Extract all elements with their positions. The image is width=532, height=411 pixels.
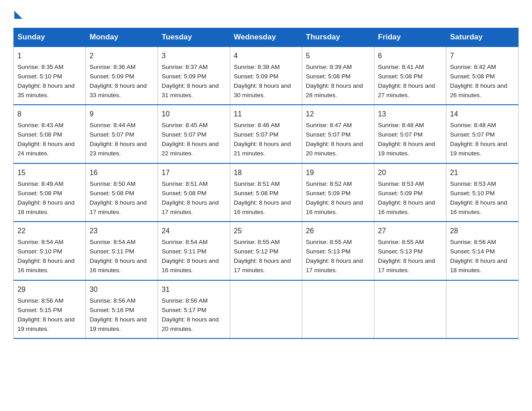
logo: [13, 9, 22, 19]
day-number: 24: [162, 226, 226, 237]
calendar-cell: 9 Sunrise: 8:44 AMSunset: 5:07 PMDayligh…: [86, 105, 158, 163]
day-number: 25: [234, 226, 298, 237]
calendar-cell: 18 Sunrise: 8:51 AMSunset: 5:08 PMDaylig…: [230, 163, 302, 222]
calendar-cell: 29 Sunrise: 8:56 AMSunset: 5:15 PMDaylig…: [14, 280, 86, 338]
day-info: Sunrise: 8:36 AMSunset: 5:09 PMDaylight:…: [90, 64, 147, 98]
calendar-cell: [230, 280, 302, 338]
day-info: Sunrise: 8:50 AMSunset: 5:08 PMDaylight:…: [90, 180, 147, 215]
day-number: 9: [90, 109, 154, 120]
calendar-cell: 4 Sunrise: 8:38 AMSunset: 5:09 PMDayligh…: [230, 47, 302, 105]
calendar-table: SundayMondayTuesdayWednesdayThursdayFrid…: [13, 28, 519, 339]
calendar-cell: 28 Sunrise: 8:56 AMSunset: 5:14 PMDaylig…: [446, 222, 519, 280]
calendar-week-2: 8 Sunrise: 8:43 AMSunset: 5:08 PMDayligh…: [14, 105, 519, 163]
calendar-cell: 24 Sunrise: 8:54 AMSunset: 5:11 PMDaylig…: [158, 222, 230, 280]
calendar-week-3: 15 Sunrise: 8:49 AMSunset: 5:08 PMDaylig…: [14, 163, 519, 222]
calendar-cell: 13 Sunrise: 8:48 AMSunset: 5:07 PMDaylig…: [374, 105, 446, 163]
day-info: Sunrise: 8:35 AMSunset: 5:10 PMDaylight:…: [17, 64, 75, 98]
logo-triangle-icon: [14, 11, 22, 19]
calendar-cell: 30 Sunrise: 8:56 AMSunset: 5:16 PMDaylig…: [86, 280, 158, 338]
day-number: 23: [90, 226, 154, 237]
calendar-cell: 5 Sunrise: 8:39 AMSunset: 5:08 PMDayligh…: [302, 47, 374, 105]
day-info: Sunrise: 8:48 AMSunset: 5:07 PMDaylight:…: [378, 122, 435, 157]
day-number: 20: [378, 167, 442, 179]
day-number: 7: [450, 51, 515, 62]
column-header-monday: Monday: [86, 28, 158, 47]
column-header-thursday: Thursday: [302, 28, 374, 47]
day-info: Sunrise: 8:54 AMSunset: 5:11 PMDaylight:…: [162, 239, 219, 274]
day-number: 27: [378, 226, 442, 237]
day-number: 19: [306, 167, 370, 179]
day-info: Sunrise: 8:55 AMSunset: 5:13 PMDaylight:…: [378, 239, 435, 274]
day-number: 18: [234, 167, 298, 179]
day-number: 22: [17, 226, 82, 237]
calendar-cell: 1 Sunrise: 8:35 AMSunset: 5:10 PMDayligh…: [14, 47, 86, 105]
calendar-cell: 6 Sunrise: 8:41 AMSunset: 5:08 PMDayligh…: [374, 47, 446, 105]
day-number: 17: [162, 167, 226, 179]
day-number: 16: [90, 167, 154, 179]
calendar-cell: 25 Sunrise: 8:55 AMSunset: 5:12 PMDaylig…: [230, 222, 302, 280]
calendar-week-5: 29 Sunrise: 8:56 AMSunset: 5:15 PMDaylig…: [14, 280, 519, 338]
day-number: 14: [450, 109, 515, 120]
calendar-cell: [374, 280, 446, 338]
day-number: 12: [306, 109, 370, 120]
calendar-week-4: 22 Sunrise: 8:54 AMSunset: 5:10 PMDaylig…: [14, 222, 519, 280]
page-header: [13, 9, 519, 19]
day-info: Sunrise: 8:53 AMSunset: 5:09 PMDaylight:…: [378, 180, 435, 215]
calendar-cell: 7 Sunrise: 8:42 AMSunset: 5:08 PMDayligh…: [446, 47, 519, 105]
calendar-cell: 26 Sunrise: 8:55 AMSunset: 5:13 PMDaylig…: [302, 222, 374, 280]
day-number: 10: [162, 109, 226, 120]
calendar-cell: 17 Sunrise: 8:51 AMSunset: 5:08 PMDaylig…: [158, 163, 230, 222]
calendar-cell: 8 Sunrise: 8:43 AMSunset: 5:08 PMDayligh…: [14, 105, 86, 163]
day-info: Sunrise: 8:46 AMSunset: 5:07 PMDaylight:…: [234, 122, 291, 157]
calendar-cell: 16 Sunrise: 8:50 AMSunset: 5:08 PMDaylig…: [86, 163, 158, 222]
day-number: 8: [17, 109, 82, 120]
day-info: Sunrise: 8:51 AMSunset: 5:08 PMDaylight:…: [234, 180, 291, 215]
day-info: Sunrise: 8:44 AMSunset: 5:07 PMDaylight:…: [90, 122, 147, 157]
day-info: Sunrise: 8:49 AMSunset: 5:08 PMDaylight:…: [17, 180, 75, 215]
day-info: Sunrise: 8:47 AMSunset: 5:07 PMDaylight:…: [306, 122, 363, 157]
calendar-cell: 3 Sunrise: 8:37 AMSunset: 5:09 PMDayligh…: [158, 47, 230, 105]
day-number: 5: [306, 51, 370, 62]
day-info: Sunrise: 8:53 AMSunset: 5:10 PMDaylight:…: [450, 180, 507, 215]
day-info: Sunrise: 8:56 AMSunset: 5:14 PMDaylight:…: [450, 239, 507, 274]
day-number: 29: [17, 284, 82, 295]
calendar-cell: 23 Sunrise: 8:54 AMSunset: 5:11 PMDaylig…: [86, 222, 158, 280]
day-info: Sunrise: 8:56 AMSunset: 5:17 PMDaylight:…: [162, 297, 219, 332]
calendar-cell: 15 Sunrise: 8:49 AMSunset: 5:08 PMDaylig…: [14, 163, 86, 222]
day-number: 4: [234, 51, 298, 62]
calendar-cell: 31 Sunrise: 8:56 AMSunset: 5:17 PMDaylig…: [158, 280, 230, 338]
day-info: Sunrise: 8:48 AMSunset: 5:07 PMDaylight:…: [450, 122, 507, 157]
day-info: Sunrise: 8:51 AMSunset: 5:08 PMDaylight:…: [162, 180, 219, 215]
day-number: 1: [17, 51, 82, 62]
column-header-sunday: Sunday: [14, 28, 86, 47]
day-info: Sunrise: 8:56 AMSunset: 5:15 PMDaylight:…: [17, 297, 75, 332]
day-number: 15: [17, 167, 82, 179]
day-info: Sunrise: 8:52 AMSunset: 5:09 PMDaylight:…: [306, 180, 363, 215]
day-number: 11: [234, 109, 298, 120]
day-number: 13: [378, 109, 442, 120]
day-info: Sunrise: 8:39 AMSunset: 5:08 PMDaylight:…: [306, 64, 363, 98]
day-info: Sunrise: 8:38 AMSunset: 5:09 PMDaylight:…: [234, 64, 291, 98]
calendar-cell: 11 Sunrise: 8:46 AMSunset: 5:07 PMDaylig…: [230, 105, 302, 163]
day-number: 31: [162, 284, 226, 295]
day-info: Sunrise: 8:55 AMSunset: 5:12 PMDaylight:…: [234, 239, 291, 274]
day-info: Sunrise: 8:42 AMSunset: 5:08 PMDaylight:…: [450, 64, 507, 98]
day-number: 30: [90, 284, 154, 295]
day-info: Sunrise: 8:55 AMSunset: 5:13 PMDaylight:…: [306, 239, 363, 274]
calendar-cell: 12 Sunrise: 8:47 AMSunset: 5:07 PMDaylig…: [302, 105, 374, 163]
day-number: 6: [378, 51, 442, 62]
day-info: Sunrise: 8:54 AMSunset: 5:11 PMDaylight:…: [90, 239, 147, 274]
day-number: 21: [450, 167, 515, 179]
calendar-cell: 22 Sunrise: 8:54 AMSunset: 5:10 PMDaylig…: [14, 222, 86, 280]
day-number: 26: [306, 226, 370, 237]
column-header-friday: Friday: [374, 28, 446, 47]
day-number: 3: [162, 51, 226, 62]
calendar-cell: 2 Sunrise: 8:36 AMSunset: 5:09 PMDayligh…: [86, 47, 158, 105]
day-info: Sunrise: 8:54 AMSunset: 5:10 PMDaylight:…: [17, 239, 75, 274]
column-header-tuesday: Tuesday: [158, 28, 230, 47]
calendar-cell: 19 Sunrise: 8:52 AMSunset: 5:09 PMDaylig…: [302, 163, 374, 222]
calendar-cell: 20 Sunrise: 8:53 AMSunset: 5:09 PMDaylig…: [374, 163, 446, 222]
calendar-week-1: 1 Sunrise: 8:35 AMSunset: 5:10 PMDayligh…: [14, 47, 519, 105]
calendar-header-row: SundayMondayTuesdayWednesdayThursdayFrid…: [14, 28, 519, 47]
day-number: 2: [90, 51, 154, 62]
